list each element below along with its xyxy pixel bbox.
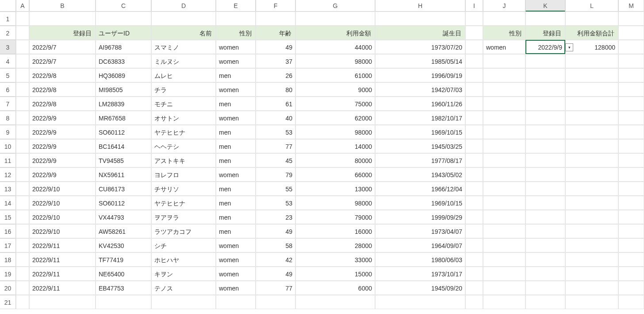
cell-J19[interactable]: [483, 267, 525, 281]
row-header-16[interactable]: 16: [0, 224, 16, 238]
cell-C2[interactable]: ユーザーID: [96, 26, 151, 40]
cell-A4[interactable]: [16, 54, 29, 68]
cell-G18[interactable]: 33000: [295, 252, 375, 267]
row-header-1[interactable]: 1: [0, 12, 16, 26]
cell-J3[interactable]: women: [483, 40, 525, 54]
cell-B7[interactable]: 2022/9/8: [29, 97, 96, 111]
cell-E7[interactable]: men: [216, 97, 256, 111]
cell-M11[interactable]: [618, 153, 644, 167]
cell-B16[interactable]: 2022/9/10: [29, 224, 96, 238]
cell-A7[interactable]: [16, 97, 29, 111]
cell-C9[interactable]: SO60112: [96, 125, 151, 139]
cell-M8[interactable]: [618, 111, 644, 125]
cell-G16[interactable]: 16000: [295, 224, 375, 238]
cell-K12[interactable]: [525, 167, 565, 182]
cell-L15[interactable]: [565, 210, 618, 224]
cell-D1[interactable]: [151, 12, 216, 26]
cell-M9[interactable]: [618, 125, 644, 139]
cell-D9[interactable]: ヤテヒヒナ: [151, 125, 216, 139]
cell-K20[interactable]: [525, 281, 565, 295]
cell-H7[interactable]: 1960/11/26: [375, 97, 465, 111]
col-header-D[interactable]: D: [151, 0, 216, 12]
cell-B19[interactable]: 2022/9/11: [29, 267, 96, 281]
cell-D12[interactable]: ヨレフロ: [151, 167, 216, 182]
cell-L9[interactable]: [565, 125, 618, 139]
cell-B3[interactable]: 2022/9/7: [29, 40, 96, 54]
cell-J9[interactable]: [483, 125, 525, 139]
cell-M2[interactable]: [618, 26, 644, 40]
cell-M4[interactable]: [618, 54, 644, 68]
row-header-5[interactable]: 5: [0, 68, 16, 82]
cell-I11[interactable]: [465, 153, 483, 167]
row-header-6[interactable]: 6: [0, 82, 16, 97]
cell-H9[interactable]: 1969/10/15: [375, 125, 465, 139]
cell-F5[interactable]: 26: [256, 68, 295, 82]
cell-J6[interactable]: [483, 82, 525, 97]
cell-H4[interactable]: 1985/05/14: [375, 54, 465, 68]
row-header-15[interactable]: 15: [0, 210, 16, 224]
cell-A8[interactable]: [16, 111, 29, 125]
cell-J18[interactable]: [483, 252, 525, 267]
cell-C21[interactable]: [96, 295, 151, 309]
cell-B12[interactable]: 2022/9/9: [29, 167, 96, 182]
cell-K3[interactable]: 2022/9/9▾: [525, 40, 565, 54]
cell-F17[interactable]: 58: [256, 238, 295, 252]
cell-M5[interactable]: [618, 68, 644, 82]
cell-H16[interactable]: 1973/04/07: [375, 224, 465, 238]
cell-E21[interactable]: [216, 295, 256, 309]
cell-K11[interactable]: [525, 153, 565, 167]
cell-G8[interactable]: 62000: [295, 111, 375, 125]
col-header-L[interactable]: L: [565, 0, 618, 12]
cell-C10[interactable]: BC16414: [96, 139, 151, 153]
cell-B8[interactable]: 2022/9/9: [29, 111, 96, 125]
cell-I17[interactable]: [465, 238, 483, 252]
cell-C4[interactable]: DC63833: [96, 54, 151, 68]
cell-J16[interactable]: [483, 224, 525, 238]
row-header-3[interactable]: 3: [0, 40, 16, 54]
cell-E5[interactable]: men: [216, 68, 256, 82]
cell-L5[interactable]: [565, 68, 618, 82]
cell-A17[interactable]: [16, 238, 29, 252]
cell-F12[interactable]: 79: [256, 167, 295, 182]
row-header-13[interactable]: 13: [0, 182, 16, 196]
cell-K17[interactable]: [525, 238, 565, 252]
cell-H18[interactable]: 1980/06/03: [375, 252, 465, 267]
cell-B21[interactable]: [29, 295, 96, 309]
cell-M14[interactable]: [618, 196, 644, 210]
cell-H20[interactable]: 1945/09/20: [375, 281, 465, 295]
cell-F11[interactable]: 45: [256, 153, 295, 167]
cell-L3[interactable]: 128000: [565, 40, 618, 54]
cell-L18[interactable]: [565, 252, 618, 267]
cell-J10[interactable]: [483, 139, 525, 153]
cell-M7[interactable]: [618, 97, 644, 111]
cell-A15[interactable]: [16, 210, 29, 224]
row-header-18[interactable]: 18: [0, 252, 16, 267]
cell-A16[interactable]: [16, 224, 29, 238]
cell-C20[interactable]: EB47753: [96, 281, 151, 295]
cell-M20[interactable]: [618, 281, 644, 295]
cell-H15[interactable]: 1999/09/29: [375, 210, 465, 224]
cell-B5[interactable]: 2022/9/8: [29, 68, 96, 82]
cell-H12[interactable]: 1943/05/02: [375, 167, 465, 182]
cell-K21[interactable]: [525, 295, 565, 309]
col-header-B[interactable]: B: [29, 0, 96, 12]
cell-C15[interactable]: VX44793: [96, 210, 151, 224]
dropdown-icon[interactable]: ▾: [565, 43, 573, 51]
cell-I3[interactable]: [465, 40, 483, 54]
cell-F10[interactable]: 77: [256, 139, 295, 153]
row-header-4[interactable]: 4: [0, 54, 16, 68]
cell-C19[interactable]: NE65400: [96, 267, 151, 281]
cell-L11[interactable]: [565, 153, 618, 167]
cell-J1[interactable]: [483, 12, 525, 26]
cell-A20[interactable]: [16, 281, 29, 295]
cell-K19[interactable]: [525, 267, 565, 281]
cell-F16[interactable]: 49: [256, 224, 295, 238]
cell-C1[interactable]: [96, 12, 151, 26]
cell-A5[interactable]: [16, 68, 29, 82]
cell-L7[interactable]: [565, 97, 618, 111]
cell-A10[interactable]: [16, 139, 29, 153]
col-header-I[interactable]: I: [465, 0, 483, 12]
cell-G3[interactable]: 44000: [295, 40, 375, 54]
cell-I21[interactable]: [465, 295, 483, 309]
cell-G14[interactable]: 98000: [295, 196, 375, 210]
